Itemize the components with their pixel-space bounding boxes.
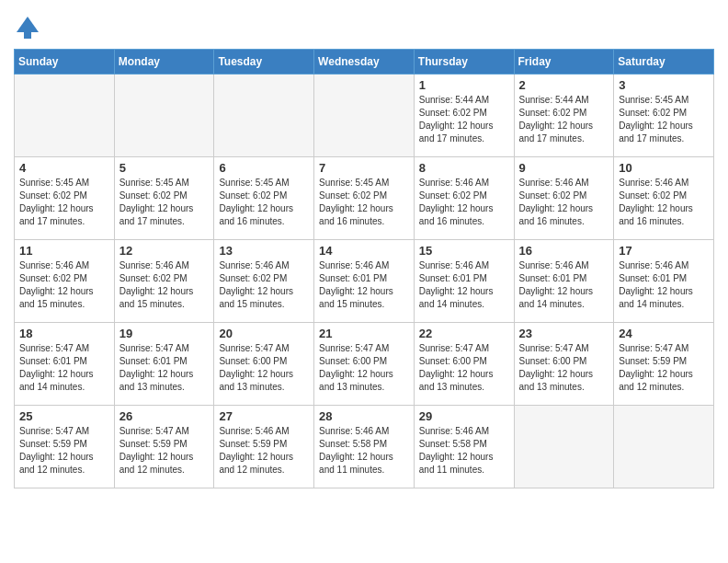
calendar-day-cell: 26Sunrise: 5:47 AM Sunset: 5:59 PM Dayli… [114, 406, 214, 488]
day-number: 18 [19, 327, 109, 340]
day-info: Sunrise: 5:46 AM Sunset: 5:59 PM Dayligh… [219, 425, 309, 477]
calendar-day-cell: 15Sunrise: 5:46 AM Sunset: 6:01 PM Dayli… [414, 240, 514, 323]
calendar-week-row: 18Sunrise: 5:47 AM Sunset: 6:01 PM Dayli… [15, 323, 714, 406]
calendar-day-cell: 24Sunrise: 5:47 AM Sunset: 5:59 PM Dayli… [614, 323, 714, 406]
calendar-day-cell [514, 406, 614, 488]
day-number: 9 [519, 161, 609, 175]
day-info: Sunrise: 5:46 AM Sunset: 6:02 PM Dayligh… [419, 177, 509, 228]
day-number: 21 [319, 327, 409, 340]
day-info: Sunrise: 5:45 AM Sunset: 6:02 PM Dayligh… [219, 177, 309, 228]
day-info: Sunrise: 5:47 AM Sunset: 5:59 PM Dayligh… [19, 425, 109, 477]
calendar-week-row: 1Sunrise: 5:44 AM Sunset: 6:02 PM Daylig… [15, 75, 714, 157]
day-number: 19 [119, 327, 210, 340]
day-info: Sunrise: 5:47 AM Sunset: 5:59 PM Dayligh… [619, 342, 709, 394]
calendar-day-cell: 11Sunrise: 5:46 AM Sunset: 6:02 PM Dayli… [15, 240, 115, 323]
calendar-day-cell: 10Sunrise: 5:46 AM Sunset: 6:02 PM Dayli… [614, 157, 714, 240]
day-number: 27 [219, 409, 309, 423]
day-info: Sunrise: 5:45 AM Sunset: 6:02 PM Dayligh… [119, 177, 210, 228]
calendar-day-cell: 28Sunrise: 5:46 AM Sunset: 5:58 PM Dayli… [314, 406, 415, 488]
calendar-day-cell: 3Sunrise: 5:45 AM Sunset: 6:02 PM Daylig… [614, 75, 714, 157]
day-info: Sunrise: 5:45 AM Sunset: 6:02 PM Dayligh… [319, 177, 409, 228]
calendar-day-cell: 19Sunrise: 5:47 AM Sunset: 6:01 PM Dayli… [114, 323, 214, 406]
calendar-body: 1Sunrise: 5:44 AM Sunset: 6:02 PM Daylig… [15, 75, 714, 488]
calendar-day-cell: 9Sunrise: 5:46 AM Sunset: 6:02 PM Daylig… [514, 157, 614, 240]
day-number: 4 [19, 161, 109, 175]
day-number: 8 [419, 161, 509, 175]
day-info: Sunrise: 5:47 AM Sunset: 6:01 PM Dayligh… [119, 342, 210, 394]
day-number: 17 [619, 244, 709, 258]
day-number: 29 [419, 409, 509, 423]
weekday-header-cell: Thursday [414, 50, 514, 75]
day-number: 26 [119, 409, 210, 423]
calendar-day-cell [314, 75, 415, 157]
calendar-week-row: 11Sunrise: 5:46 AM Sunset: 6:02 PM Dayli… [15, 240, 714, 323]
calendar-day-cell: 23Sunrise: 5:47 AM Sunset: 6:00 PM Dayli… [514, 323, 614, 406]
calendar-day-cell [214, 75, 314, 157]
calendar-day-cell: 7Sunrise: 5:45 AM Sunset: 6:02 PM Daylig… [314, 157, 415, 240]
day-number: 13 [219, 244, 309, 258]
day-info: Sunrise: 5:47 AM Sunset: 6:00 PM Dayligh… [419, 342, 509, 394]
calendar-day-cell: 16Sunrise: 5:46 AM Sunset: 6:01 PM Dayli… [514, 240, 614, 323]
calendar-day-cell: 27Sunrise: 5:46 AM Sunset: 5:59 PM Dayli… [214, 406, 314, 488]
svg-rect-1 [24, 32, 31, 39]
day-info: Sunrise: 5:46 AM Sunset: 6:02 PM Dayligh… [519, 177, 609, 228]
day-number: 23 [519, 327, 609, 340]
day-number: 10 [619, 161, 709, 175]
day-info: Sunrise: 5:46 AM Sunset: 6:02 PM Dayligh… [19, 259, 109, 311]
day-number: 20 [219, 327, 309, 340]
day-info: Sunrise: 5:46 AM Sunset: 6:01 PM Dayligh… [619, 259, 709, 311]
logo-icon [14, 14, 41, 41]
calendar-day-cell: 20Sunrise: 5:47 AM Sunset: 6:00 PM Dayli… [214, 323, 314, 406]
calendar-day-cell: 8Sunrise: 5:46 AM Sunset: 6:02 PM Daylig… [414, 157, 514, 240]
calendar-table: SundayMondayTuesdayWednesdayThursdayFrid… [14, 49, 714, 488]
day-info: Sunrise: 5:46 AM Sunset: 6:01 PM Dayligh… [419, 259, 509, 311]
day-number: 2 [519, 78, 609, 92]
day-info: Sunrise: 5:45 AM Sunset: 6:02 PM Dayligh… [619, 94, 709, 145]
weekday-header-cell: Monday [114, 50, 214, 75]
logo [14, 14, 45, 41]
calendar-day-cell: 18Sunrise: 5:47 AM Sunset: 6:01 PM Dayli… [15, 323, 115, 406]
calendar-week-row: 25Sunrise: 5:47 AM Sunset: 5:59 PM Dayli… [15, 406, 714, 488]
day-info: Sunrise: 5:46 AM Sunset: 6:02 PM Dayligh… [119, 259, 210, 311]
weekday-header-cell: Saturday [614, 50, 714, 75]
day-number: 12 [119, 244, 210, 258]
calendar-day-cell: 13Sunrise: 5:46 AM Sunset: 6:02 PM Dayli… [214, 240, 314, 323]
calendar-day-cell: 12Sunrise: 5:46 AM Sunset: 6:02 PM Dayli… [114, 240, 214, 323]
calendar-day-cell: 29Sunrise: 5:46 AM Sunset: 5:58 PM Dayli… [414, 406, 514, 488]
day-info: Sunrise: 5:44 AM Sunset: 6:02 PM Dayligh… [419, 94, 509, 145]
day-number: 14 [319, 244, 409, 258]
day-info: Sunrise: 5:45 AM Sunset: 6:02 PM Dayligh… [19, 177, 109, 228]
day-number: 28 [319, 409, 409, 423]
day-info: Sunrise: 5:46 AM Sunset: 6:01 PM Dayligh… [519, 259, 609, 311]
day-info: Sunrise: 5:46 AM Sunset: 5:58 PM Dayligh… [419, 425, 509, 477]
day-number: 11 [19, 244, 109, 258]
weekday-header-cell: Wednesday [314, 50, 415, 75]
calendar-day-cell: 1Sunrise: 5:44 AM Sunset: 6:02 PM Daylig… [414, 75, 514, 157]
header [14, 9, 714, 41]
day-number: 7 [319, 161, 409, 175]
day-info: Sunrise: 5:47 AM Sunset: 6:00 PM Dayligh… [519, 342, 609, 394]
day-info: Sunrise: 5:44 AM Sunset: 6:02 PM Dayligh… [519, 94, 609, 145]
weekday-header-row: SundayMondayTuesdayWednesdayThursdayFrid… [15, 50, 714, 75]
day-info: Sunrise: 5:47 AM Sunset: 6:00 PM Dayligh… [219, 342, 309, 394]
weekday-header-cell: Friday [514, 50, 614, 75]
calendar-day-cell: 4Sunrise: 5:45 AM Sunset: 6:02 PM Daylig… [15, 157, 115, 240]
day-info: Sunrise: 5:46 AM Sunset: 5:58 PM Dayligh… [319, 425, 409, 477]
day-number: 5 [119, 161, 210, 175]
calendar-day-cell: 2Sunrise: 5:44 AM Sunset: 6:02 PM Daylig… [514, 75, 614, 157]
day-info: Sunrise: 5:46 AM Sunset: 6:02 PM Dayligh… [619, 177, 709, 228]
day-number: 6 [219, 161, 309, 175]
weekday-header-cell: Tuesday [214, 50, 314, 75]
calendar-day-cell [114, 75, 214, 157]
day-number: 1 [419, 78, 509, 92]
day-number: 24 [619, 327, 709, 340]
calendar-day-cell: 17Sunrise: 5:46 AM Sunset: 6:01 PM Dayli… [614, 240, 714, 323]
calendar-day-cell: 25Sunrise: 5:47 AM Sunset: 5:59 PM Dayli… [15, 406, 115, 488]
day-info: Sunrise: 5:47 AM Sunset: 6:00 PM Dayligh… [319, 342, 409, 394]
day-number: 22 [419, 327, 509, 340]
day-number: 15 [419, 244, 509, 258]
day-info: Sunrise: 5:47 AM Sunset: 5:59 PM Dayligh… [119, 425, 210, 477]
calendar-day-cell: 6Sunrise: 5:45 AM Sunset: 6:02 PM Daylig… [214, 157, 314, 240]
calendar-day-cell [614, 406, 714, 488]
calendar-day-cell: 21Sunrise: 5:47 AM Sunset: 6:00 PM Dayli… [314, 323, 415, 406]
